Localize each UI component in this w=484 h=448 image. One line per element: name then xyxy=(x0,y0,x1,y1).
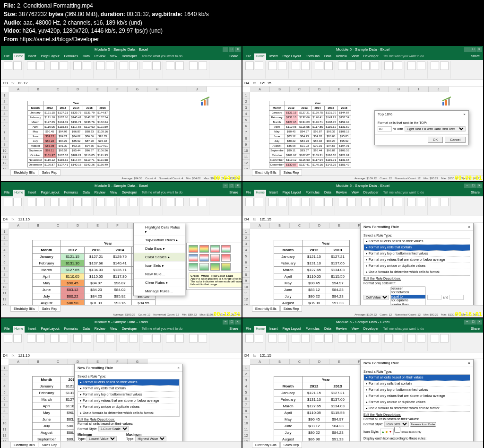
formula-input[interactable]: 121.15 xyxy=(259,81,271,85)
cell[interactable]: $91.33 xyxy=(56,143,69,148)
row-header[interactable]: 12 xyxy=(242,160,250,166)
cell[interactable]: June xyxy=(33,286,61,293)
cell[interactable]: May xyxy=(28,129,43,134)
tab-data[interactable]: Data xyxy=(323,326,333,333)
ribbon-button[interactable] xyxy=(255,61,263,70)
sheet-tab[interactable]: Sales Rep xyxy=(280,442,302,448)
tab-review[interactable]: Review xyxy=(93,326,107,333)
ribbon-button[interactable] xyxy=(4,198,12,206)
cell[interactable]: August xyxy=(274,436,302,441)
ribbon-button[interactable] xyxy=(324,198,333,206)
cell[interactable]: $84.02 xyxy=(311,134,324,139)
cell[interactable]: $115.55 xyxy=(326,409,350,416)
cell[interactable]: $91.33 xyxy=(326,299,350,305)
cell[interactable]: $86.06 xyxy=(324,134,337,139)
tab-developer[interactable]: Developer xyxy=(362,190,380,196)
cell[interactable]: $127.21 xyxy=(326,389,350,396)
tab-file[interactable]: File xyxy=(244,53,252,60)
cell[interactable]: $137.66 xyxy=(298,115,311,120)
cell[interactable]: $121.15 xyxy=(302,253,326,260)
cell[interactable]: December xyxy=(269,162,285,167)
row-header[interactable]: 2 xyxy=(242,98,250,105)
min-type-select[interactable]: Lowest Value xyxy=(86,436,117,441)
formula-input[interactable]: 83.12 xyxy=(18,81,27,85)
cell[interactable]: $142.26 xyxy=(324,162,337,167)
ribbon-button[interactable] xyxy=(60,334,68,343)
format-style-select[interactable]: 2-Color Scale xyxy=(98,426,129,431)
ribbon-button[interactable] xyxy=(166,334,174,343)
cell[interactable]: $95.44 xyxy=(69,148,83,153)
ribbon-button[interactable] xyxy=(189,198,198,206)
cell[interactable]: $117.94 xyxy=(69,158,83,162)
cell[interactable]: $137.41 xyxy=(298,162,311,167)
ribbon-button[interactable] xyxy=(301,61,310,70)
cell[interactable]: $127.21 xyxy=(85,253,108,260)
col-header[interactable]: I xyxy=(167,87,187,92)
ribbon-button[interactable] xyxy=(292,198,300,206)
tab-formulas[interactable]: Formulas xyxy=(63,190,79,196)
row-header[interactable]: 1 xyxy=(1,365,8,371)
cell[interactable]: February xyxy=(269,115,285,120)
cell[interactable]: $110.05 xyxy=(285,124,298,129)
ribbon-button[interactable] xyxy=(301,334,310,343)
rule-type-option[interactable]: ▸ Format only unique or duplicate values xyxy=(364,399,470,405)
cell[interactable]: $138.76 xyxy=(83,120,96,124)
cell[interactable]: $117.86 xyxy=(108,273,132,280)
cell[interactable]: $143.22 xyxy=(83,115,96,120)
cell[interactable]: $115.63 xyxy=(298,158,311,162)
row-header[interactable]: 7 xyxy=(1,402,8,408)
ribbon-button[interactable] xyxy=(324,334,333,343)
row-header[interactable]: 9 xyxy=(1,414,8,420)
cell[interactable]: $136.71 xyxy=(69,120,83,124)
cell[interactable]: $90.45 xyxy=(61,280,85,286)
cell[interactable]: $115.55 xyxy=(326,273,350,280)
sheet-tab[interactable]: Sales Rep xyxy=(39,306,60,312)
col-header[interactable]: A xyxy=(250,87,270,92)
col-header[interactable]: J xyxy=(187,87,207,92)
close-icon[interactable]: × xyxy=(468,225,470,229)
row-header[interactable]: 8 xyxy=(242,135,250,141)
row-header[interactable]: 7 xyxy=(1,265,8,272)
ribbon-button[interactable] xyxy=(292,61,300,70)
ribbon-button[interactable] xyxy=(245,334,254,343)
tab-developer[interactable]: Developer xyxy=(121,53,138,60)
tab-developer[interactable]: Developer xyxy=(121,326,138,333)
col-header[interactable]: H xyxy=(147,87,167,92)
tab-review[interactable]: Review xyxy=(93,190,107,196)
cell[interactable]: $131.70 xyxy=(83,110,96,115)
cell[interactable]: March xyxy=(28,120,43,124)
format-style-select[interactable]: Icon Sets xyxy=(384,422,409,427)
cell[interactable]: $104.01 xyxy=(337,143,351,148)
cell[interactable]: $121.15 xyxy=(302,389,326,396)
color-scale-option[interactable] xyxy=(210,254,220,262)
close-icon[interactable]: × xyxy=(476,47,482,52)
cell[interactable]: September xyxy=(33,436,61,441)
row-header[interactable]: 11 xyxy=(1,154,8,160)
col-header[interactable]: D xyxy=(310,359,329,364)
color-scale-option[interactable] xyxy=(210,263,220,271)
cell[interactable]: February xyxy=(33,389,61,396)
row-header[interactable]: 5 xyxy=(1,117,8,123)
row-header[interactable]: 13 xyxy=(1,302,8,305)
cell[interactable]: November xyxy=(269,158,285,162)
format-select[interactable]: Light Red Fill with Dark Red Text xyxy=(405,126,466,132)
min-icon[interactable]: − xyxy=(223,320,228,325)
color-scale-option[interactable] xyxy=(189,254,198,262)
cell[interactable]: $127.21 xyxy=(56,110,69,115)
max-icon[interactable]: □ xyxy=(229,320,234,325)
tab-page-layout[interactable]: Page Layout xyxy=(39,190,60,196)
ribbon-button[interactable] xyxy=(166,61,174,70)
tab-data[interactable]: Data xyxy=(81,326,91,333)
cell[interactable]: $119.63 xyxy=(83,124,96,129)
ribbon-button[interactable] xyxy=(347,61,356,70)
max-icon[interactable]: □ xyxy=(470,47,476,52)
menu-new-rule[interactable]: New Rule... xyxy=(134,270,185,279)
cell[interactable]: $93.57 xyxy=(298,148,311,153)
row-header[interactable]: 11 xyxy=(242,290,250,296)
row-header[interactable]: 5 xyxy=(242,389,250,395)
cell[interactable]: $89.11 xyxy=(43,148,56,153)
sheet-tab[interactable]: Sales Rep xyxy=(280,306,302,312)
sheet-tab[interactable]: Electricity Bills xyxy=(252,442,280,448)
operator-select[interactable]: betweennot betweenequal tonot equal togr… xyxy=(390,286,426,305)
cell[interactable]: $96.87 xyxy=(324,148,337,153)
